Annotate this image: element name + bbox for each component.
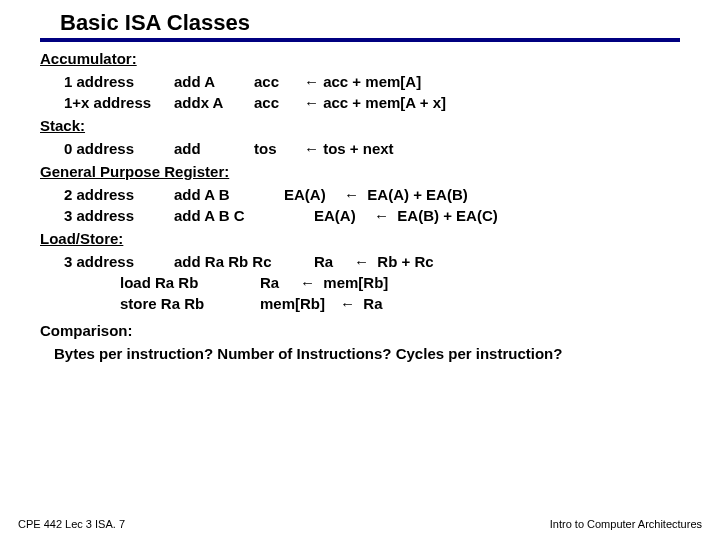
cell-instr: add A (174, 73, 254, 90)
cell-rhs: Ra (363, 295, 680, 312)
cell-lhs: EA(A) (314, 207, 374, 224)
footer-right: Intro to Computer Architectures (550, 518, 702, 530)
cell-rhs: acc + mem[A + x] (323, 94, 680, 111)
cell-rhs: EA(B) + EA(C) (397, 207, 680, 224)
arrow-icon: ← (300, 274, 315, 291)
arrow-icon: ← (304, 73, 319, 90)
row-acc-1xaddr: 1+x address addx A acc ← acc + mem[A + x… (40, 94, 680, 111)
arrow-icon: ← (304, 140, 319, 157)
arrow-icon: ← (354, 253, 369, 270)
cell-lhs: acc (254, 94, 304, 111)
cell-rhs: tos + next (323, 140, 680, 157)
cell-lhs: acc (254, 73, 304, 90)
cell-instr: add (174, 140, 254, 157)
cell-rhs: EA(A) + EA(B) (367, 186, 680, 203)
cell-lhs: EA(A) (284, 186, 344, 203)
footer-left: CPE 442 Lec 3 ISA. 7 (18, 518, 125, 530)
row-ls-3addr: 3 address add Ra Rb Rc Ra ← Rb + Rc (40, 253, 680, 270)
slide-content: Basic ISA Classes Accumulator: 1 address… (0, 0, 720, 362)
row-acc-1addr: 1 address add A acc ← acc + mem[A] (40, 73, 680, 90)
arrow-icon: ← (340, 295, 355, 312)
arrow-icon: ← (344, 186, 359, 203)
cell-instr: addx A (174, 94, 254, 111)
cell-lhs: Ra (314, 253, 354, 270)
cell-lhs: tos (254, 140, 304, 157)
slide-footer: CPE 442 Lec 3 ISA. 7 Intro to Computer A… (18, 518, 702, 530)
cell-addr: 3 address (64, 253, 174, 270)
row-ls-store: store Ra Rb mem[Rb] ← Ra (40, 295, 680, 312)
row-gpr-2addr: 2 address add A B EA(A) ← EA(A) + EA(B) (40, 186, 680, 203)
cell-lhs: Ra (260, 274, 300, 291)
cell-instr: add A B (174, 186, 284, 203)
cell-lhs: mem[Rb] (260, 295, 340, 312)
cell-rhs: acc + mem[A] (323, 73, 680, 90)
section-comparison: Comparison: (40, 322, 680, 339)
cell-rhs: mem[Rb] (323, 274, 680, 291)
row-gpr-3addr: 3 address add A B C EA(A) ← EA(B) + EA(C… (40, 207, 680, 224)
section-loadstore: Load/Store: (40, 230, 680, 247)
section-stack: Stack: (40, 117, 680, 134)
cell-rhs: Rb + Rc (377, 253, 680, 270)
row-ls-load: load Ra Rb Ra ← mem[Rb] (40, 274, 680, 291)
section-gpr: General Purpose Register: (40, 163, 680, 180)
cell-instr: add Ra Rb Rc (174, 253, 314, 270)
row-stack-0addr: 0 address add tos ← tos + next (40, 140, 680, 157)
arrow-icon: ← (304, 94, 319, 111)
section-accumulator: Accumulator: (40, 50, 680, 67)
arrow-icon: ← (374, 207, 389, 224)
title-underline (40, 38, 680, 42)
cell-addr: 2 address (64, 186, 174, 203)
cell-addr: 1 address (64, 73, 174, 90)
comparison-question: Bytes per instruction? Number of Instruc… (40, 345, 680, 362)
cell-addr: 1+x address (64, 94, 174, 111)
cell-instr: add A B C (174, 207, 314, 224)
cell-instr: load Ra Rb (120, 274, 260, 291)
slide-title: Basic ISA Classes (60, 10, 680, 36)
cell-addr: 3 address (64, 207, 174, 224)
cell-instr: store Ra Rb (120, 295, 260, 312)
cell-addr: 0 address (64, 140, 174, 157)
